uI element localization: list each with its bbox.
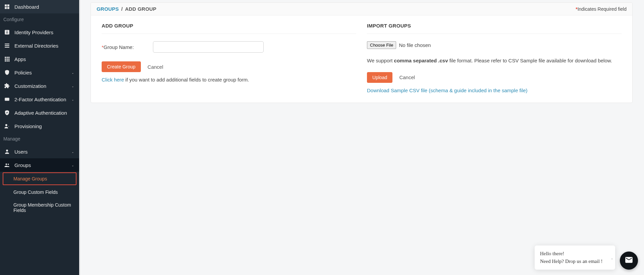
hint-text: if you want to add additional fields to … — [124, 77, 249, 82]
sidebar-item-policies[interactable]: Policies — [0, 66, 79, 79]
sidebar-label: Dashboard — [14, 4, 39, 10]
add-group-actions: Create Group Cancel — [102, 61, 356, 72]
sidebar-section-configure: Configure — [0, 13, 79, 25]
chat-tooltip-arrow-icon — [610, 256, 614, 259]
sidebar-item-groups[interactable]: Groups — [0, 158, 79, 172]
group-name-row: *Group Name: — [102, 41, 356, 53]
sidebar-section-manage: Manage — [0, 133, 79, 145]
support-post: file format. Please refer to CSV Sample … — [448, 58, 612, 63]
chevron-down-icon — [71, 150, 75, 154]
cancel-import-button[interactable]: Cancel — [399, 74, 415, 80]
breadcrumb-parent-link[interactable]: GROUPS — [97, 6, 119, 12]
user-sync-icon — [4, 123, 10, 129]
chat-greeting: Hello there! — [540, 251, 607, 257]
svg-rect-9 — [8, 57, 10, 58]
sidebar-label: External Directories — [14, 43, 58, 49]
users-group-icon — [4, 162, 10, 168]
sidebar-item-customization[interactable]: Customization — [0, 79, 79, 93]
svg-rect-10 — [5, 59, 6, 60]
chevron-down-icon — [71, 70, 75, 74]
additional-fields-hint: Click here if you want to add additional… — [102, 77, 356, 82]
chat-launcher-button[interactable] — [620, 252, 638, 270]
download-sample-csv-link[interactable]: Download Sample CSV file (schema & guide… — [367, 88, 622, 93]
required-note-text: Indicates Required field — [578, 6, 627, 12]
svg-rect-0 — [5, 4, 7, 6]
svg-rect-6 — [5, 47, 9, 48]
list-icon — [4, 43, 10, 49]
sidebar-subitem-group-membership-custom-fields[interactable]: Group Membership Custom Fields — [0, 199, 79, 217]
sidebar-label: Policies — [14, 70, 32, 75]
sidebar-label: Users — [14, 149, 28, 155]
sidebar-item-users[interactable]: Users — [0, 145, 79, 158]
shield-check-icon — [4, 110, 10, 116]
upload-button[interactable]: Upload — [367, 72, 392, 83]
add-group-panel: ADD GROUP *Group Name: Create Group Canc… — [102, 23, 356, 93]
breadcrumb-separator: / — [121, 6, 123, 12]
main-content: GROUPS / ADD GROUP *Indicates Required f… — [79, 0, 644, 105]
sidebar-item-two-factor[interactable]: 2-Factor Authentication — [0, 93, 79, 106]
svg-rect-1 — [7, 4, 9, 6]
sidebar-label: 2-Factor Authentication — [14, 97, 66, 102]
svg-rect-3 — [7, 7, 9, 9]
import-groups-panel: IMPORT GROUPS Choose File No file chosen… — [367, 23, 622, 93]
create-group-button[interactable]: Create Group — [102, 61, 141, 72]
chevron-down-icon — [71, 97, 75, 101]
svg-point-18 — [6, 150, 8, 152]
sidebar-subitem-manage-groups[interactable]: Manage Groups — [3, 172, 76, 185]
sidebar-label: Provisioning — [14, 123, 42, 129]
sidebar-item-apps[interactable]: Apps — [0, 52, 79, 66]
svg-rect-12 — [8, 59, 10, 60]
svg-rect-13 — [5, 60, 6, 62]
support-bold: comma separated .csv — [394, 58, 448, 63]
chevron-down-icon — [71, 163, 75, 167]
user-icon — [4, 149, 10, 155]
chevron-down-icon — [71, 84, 75, 88]
sidebar-item-adaptive-auth[interactable]: Adaptive Authentication — [0, 106, 79, 119]
content-card: GROUPS / ADD GROUP *Indicates Required f… — [91, 2, 633, 103]
sidebar-subitem-group-custom-fields[interactable]: Group Custom Fields — [0, 186, 79, 199]
click-here-link[interactable]: Click here — [102, 77, 124, 82]
svg-rect-4 — [5, 44, 9, 44]
svg-point-20 — [8, 164, 9, 165]
breadcrumb: GROUPS / ADD GROUP — [97, 6, 156, 12]
cancel-add-group-button[interactable]: Cancel — [148, 64, 163, 70]
sidebar-label: Adaptive Authentication — [14, 110, 67, 116]
required-field-note: *Indicates Required field — [576, 6, 627, 12]
import-actions: Upload Cancel — [367, 72, 622, 83]
group-name-label-text: Group Name: — [104, 44, 134, 50]
support-pre: We support — [367, 58, 394, 63]
sidebar-item-dashboard[interactable]: Dashboard — [0, 0, 79, 13]
card-body: ADD GROUP *Group Name: Create Group Canc… — [91, 15, 632, 103]
sidebar-label: Identity Providers — [14, 30, 53, 35]
sidebar-item-external-directories[interactable]: External Directories — [0, 39, 79, 52]
chat-tooltip: Hello there! Need Help? Drop us an email… — [535, 245, 615, 270]
svg-rect-14 — [7, 60, 8, 62]
sidebar-label: Customization — [14, 83, 46, 89]
dashboard-icon — [4, 4, 10, 10]
breadcrumb-current: ADD GROUP — [125, 6, 156, 12]
id-badge-icon — [4, 29, 10, 35]
svg-point-17 — [5, 124, 7, 126]
sidebar-label: Groups — [14, 162, 31, 168]
svg-rect-2 — [5, 7, 7, 9]
svg-rect-5 — [5, 45, 9, 46]
choose-file-button[interactable]: Choose File — [367, 41, 396, 49]
sidebar-item-provisioning[interactable]: Provisioning — [0, 119, 79, 133]
card-header: GROUPS / ADD GROUP *Indicates Required f… — [91, 3, 632, 15]
keypad-icon — [4, 96, 10, 102]
mail-icon — [625, 256, 633, 266]
divider — [102, 34, 356, 34]
sidebar: Dashboard Configure Identity Providers E… — [0, 0, 79, 275]
apps-grid-icon — [4, 56, 10, 62]
chat-help-text: Need Help? Drop us an email ! — [540, 259, 607, 264]
import-groups-title: IMPORT GROUPS — [367, 23, 622, 29]
svg-rect-8 — [7, 57, 8, 58]
add-group-title: ADD GROUP — [102, 23, 356, 29]
sidebar-label: Apps — [14, 56, 26, 62]
file-chooser-row: Choose File No file chosen — [367, 41, 622, 49]
svg-rect-7 — [5, 57, 6, 58]
group-name-input[interactable] — [153, 41, 264, 53]
sidebar-item-identity-providers[interactable]: Identity Providers — [0, 25, 79, 39]
shield-search-icon — [4, 69, 10, 75]
svg-point-19 — [6, 164, 7, 165]
